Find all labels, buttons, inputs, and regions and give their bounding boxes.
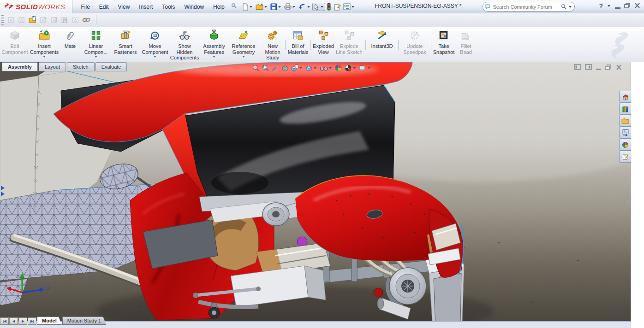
restore-document-icon[interactable]	[605, 64, 612, 71]
doc-hand-icon[interactable]: A	[18, 16, 26, 24]
ribbon-button-instant3d[interactable]: Instant3D	[367, 29, 397, 50]
solidworks-resources-tab[interactable]	[619, 91, 631, 103]
svg-text:A: A	[42, 18, 45, 23]
graphics-viewport[interactable]: Z	[0, 62, 631, 321]
minimize-button[interactable]	[615, 3, 620, 9]
search-input[interactable]	[492, 4, 560, 10]
task-pane-collapsed	[631, 62, 644, 328]
dropdown-arrow-icon[interactable]	[43, 56, 46, 59]
zoom-to-area-icon[interactable]	[261, 64, 270, 72]
ribbon-button-exploded-view[interactable]: Exploded View	[312, 29, 334, 56]
search-scope-dropdown[interactable]	[569, 6, 572, 9]
tab-evaluate[interactable]: Evaluate	[95, 62, 127, 71]
doc-frame-icon[interactable]: A	[72, 16, 79, 24]
search-icon[interactable]	[561, 3, 567, 10]
model-tab[interactable]: Model	[37, 316, 62, 325]
ribbon-button-fillet-bead[interactable]: Fillet Bead	[455, 29, 477, 56]
ribbon-button-explode-line-sketch[interactable]: Explode Line Sketch	[334, 29, 364, 56]
link-icon[interactable]	[82, 16, 91, 24]
feature-pane-left-icon[interactable]	[574, 64, 581, 71]
next-tab-button[interactable]	[18, 317, 27, 325]
tab-layout[interactable]: Layout	[39, 62, 66, 71]
task-pane-tabs	[619, 91, 631, 163]
file-explorer-tab[interactable]	[619, 115, 631, 127]
dropdown-arrow-icon[interactable]	[95, 56, 97, 59]
community-search[interactable]	[483, 2, 575, 12]
open-button[interactable]	[255, 3, 269, 11]
menu-tools[interactable]: Tools	[158, 2, 179, 12]
throttle-body[interactable]	[262, 203, 289, 226]
ribbon-button-mate[interactable]: Mate	[59, 29, 81, 50]
close-button[interactable]	[634, 3, 640, 9]
view-settings-icon[interactable]	[358, 64, 372, 72]
appearances-scenes-tab[interactable]	[619, 139, 631, 151]
design-library-tab[interactable]	[619, 103, 631, 115]
zoom-to-fit-icon[interactable]	[251, 64, 260, 72]
ribbon-button-take-snapshot[interactable]: Take Snapshot	[433, 29, 455, 56]
last-tab-button[interactable]	[28, 317, 36, 325]
menu-edit[interactable]: Edit	[95, 2, 113, 12]
doc-star-icon[interactable]: A	[7, 16, 15, 24]
ribbon-button-edit-component[interactable]: Edit Component	[0, 29, 30, 56]
print-button[interactable]	[283, 3, 297, 11]
ribbon-button-bill-of-materials[interactable]: Bill of Materials	[287, 29, 309, 56]
wastegate[interactable]	[374, 288, 383, 297]
ribbon-separator	[260, 40, 260, 50]
minimize-document-icon[interactable]	[596, 65, 601, 70]
menu-pin-icon[interactable]	[231, 2, 237, 12]
new-document-button[interactable]	[241, 3, 254, 11]
help-dropdown[interactable]	[608, 5, 610, 8]
ribbon-button-move-component[interactable]: Move Component	[140, 29, 170, 60]
edit-appearance-icon[interactable]	[334, 64, 343, 72]
file-properties-button[interactable]	[333, 3, 342, 11]
folder-doc-icon[interactable]	[29, 16, 37, 24]
ribbon-button-smart-fasteners[interactable]: Smart Fasteners	[111, 29, 140, 56]
options-button[interactable]	[342, 3, 356, 11]
ribbon-button-new-motion-study[interactable]: New Motion Study	[262, 29, 284, 62]
section-view-icon[interactable]	[280, 64, 289, 72]
motion-study-tab[interactable]: Motion Study 1	[62, 316, 106, 325]
hide-show-items-icon[interactable]	[319, 64, 333, 72]
new-motion-study-icon	[267, 29, 279, 42]
svg-text:Z: Z	[46, 287, 50, 292]
command-manager-ribbon: Edit Component Insert Components Mate Li…	[0, 27, 644, 62]
ribbon-button-assembly-features[interactable]: Assembly Features	[199, 29, 229, 60]
menu-window[interactable]: Window	[180, 2, 208, 12]
first-tab-button[interactable]	[0, 317, 9, 325]
ribbon-button-reference-geometry[interactable]: Reference Geometry	[229, 29, 258, 60]
display-style-icon[interactable]	[304, 64, 318, 72]
undo-button[interactable]	[298, 3, 312, 11]
ribbon-button-linear-component-pattern[interactable]: Linear Compon...	[81, 29, 111, 60]
doc-toggle-icon[interactable]: A	[50, 16, 58, 24]
close-document-icon[interactable]	[616, 64, 622, 71]
view-orientation-icon[interactable]	[290, 64, 304, 72]
ribbon-button-update-speedpak[interactable]: Update Speedpak	[400, 29, 429, 56]
doc-save-icon[interactable]	[61, 16, 69, 24]
previous-tab-button[interactable]	[9, 317, 18, 325]
toolbar-drag-handle[interactable]	[1, 15, 4, 25]
view-palette-tab[interactable]	[619, 127, 631, 139]
tab-sketch[interactable]: Sketch	[67, 62, 95, 71]
help-button[interactable]: ?	[599, 2, 603, 10]
ribbon-button-insert-components[interactable]: Insert Components	[30, 29, 59, 60]
tab-assembly[interactable]: Assembly	[2, 62, 38, 71]
save-button[interactable]	[269, 3, 283, 11]
doc-plus-icon[interactable]: A	[40, 16, 48, 24]
previous-view-icon[interactable]	[271, 64, 280, 72]
apply-scene-icon[interactable]	[344, 64, 357, 72]
dropdown-arrow-icon[interactable]	[213, 56, 215, 59]
menu-file[interactable]: File	[77, 2, 94, 12]
restore-button[interactable]	[624, 3, 631, 9]
dropdown-arrow-icon[interactable]	[242, 56, 245, 59]
menu-help[interactable]: Help	[209, 2, 229, 12]
select-tool-button[interactable]	[312, 3, 325, 11]
solidworks-logo: SOLIDWORKS	[0, 0, 72, 13]
feature-pane-right-icon[interactable]	[585, 64, 592, 71]
dropdown-arrow-icon[interactable]	[154, 56, 156, 59]
ribbon-button-show-hidden-components[interactable]: Show Hidden Components	[170, 29, 199, 62]
menu-view[interactable]: View	[114, 2, 134, 12]
take-snapshot-icon	[438, 29, 450, 42]
custom-properties-tab[interactable]	[619, 151, 631, 163]
menu-insert[interactable]: Insert	[135, 2, 157, 12]
rebuild-button[interactable]	[326, 2, 332, 11]
